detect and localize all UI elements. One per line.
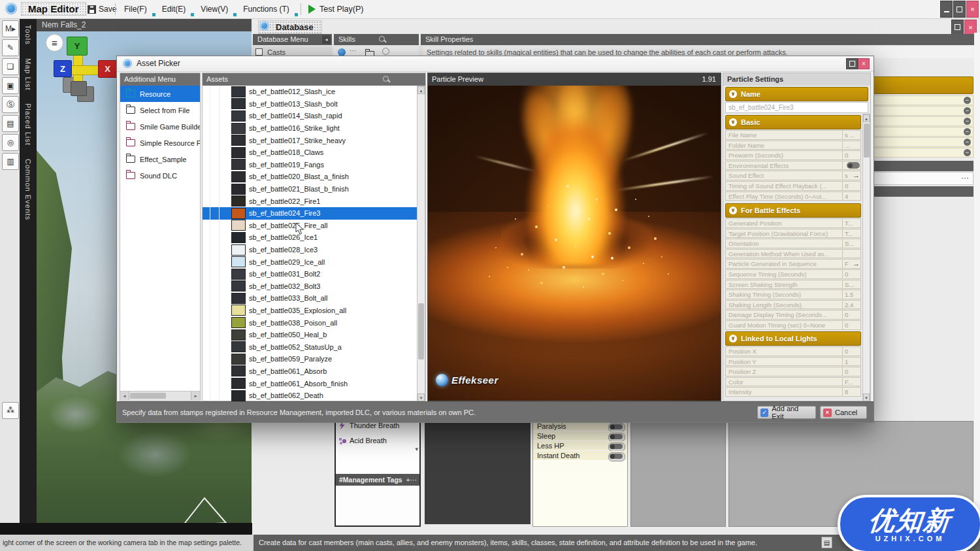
- minimize-button[interactable]: [940, 1, 953, 18]
- hscrollbar[interactable]: ◂ ▸: [120, 391, 200, 401]
- setting-value[interactable]: S...: [842, 239, 860, 248]
- asset-row[interactable]: sb_ef_battle016_Strike_light: [203, 122, 417, 135]
- settings-row[interactable]: Sequence Timing (Seconds) 0: [725, 269, 861, 279]
- add-and-exit-button[interactable]: ✓ Add and Exit: [757, 406, 816, 419]
- asset-row[interactable]: sb_ef_battle026_Ice1: [203, 231, 417, 244]
- minus-icon[interactable]: −: [964, 139, 971, 146]
- settings-row[interactable]: Shaking Timing (Seconds) 1.5: [725, 290, 861, 299]
- property-row[interactable]: −: [874, 148, 973, 158]
- tool-button[interactable]: M▸: [2, 20, 19, 37]
- additional-menu-item[interactable]: Sound DLC: [120, 167, 200, 184]
- asset-row[interactable]: sb_ef_battle020_Blast_a_finish: [203, 171, 417, 183]
- property-row[interactable]: −: [874, 127, 973, 137]
- save-button[interactable]: Save: [88, 0, 116, 18]
- asset-row[interactable]: sb_ef_battle061_Absorb_finish: [203, 377, 417, 390]
- name-section-header[interactable]: ∨ Name: [725, 87, 868, 101]
- additional-menu-item[interactable]: Simple Resource Pack: [120, 135, 200, 151]
- tool-button[interactable]: ▤: [2, 115, 19, 132]
- right-ellipsis-row[interactable]: ···: [874, 172, 973, 185]
- setting-value[interactable]: [842, 250, 860, 258]
- hscroll-thumb[interactable]: [130, 393, 166, 399]
- dialog-titlebar[interactable]: Asset Picker ×: [117, 56, 874, 72]
- additional-menu-item[interactable]: Select from File: [120, 102, 200, 118]
- tool-button[interactable]: ❏: [2, 58, 19, 75]
- additional-menu-item[interactable]: Smile Game Builder 1: [120, 118, 200, 135]
- tool-button[interactable]: ◎: [2, 134, 19, 151]
- setting-value[interactable]: 1: [842, 358, 860, 366]
- scroll-down-icon[interactable]: ▾: [415, 446, 418, 452]
- asset-row[interactable]: sb_ef_battle013_Slash_bolt: [203, 98, 417, 110]
- setting-value[interactable]: T...: [842, 229, 860, 238]
- preview-canvas[interactable]: Effekseer: [428, 86, 721, 401]
- lights-section-header[interactable]: ∨ Linked to Local Lights: [725, 331, 861, 346]
- setting-value[interactable]: T...: [842, 219, 860, 227]
- setting-value[interactable]: 0: [842, 182, 860, 190]
- property-row[interactable]: −: [874, 95, 973, 105]
- gizmo-y-handle[interactable]: Y: [67, 37, 88, 56]
- vscroll-thumb[interactable]: [864, 124, 870, 158]
- asset-row[interactable]: sb_ef_battle059_Paralyze: [203, 353, 417, 365]
- state-toggle[interactable]: [608, 452, 625, 461]
- menu-item[interactable]: File(F): [122, 0, 159, 18]
- settings-row[interactable]: Particle Generated in Sequence F→: [725, 259, 861, 269]
- name-value-field[interactable]: sb_ef_battle024_Fire3: [725, 102, 868, 113]
- settings-row[interactable]: Intensity 8: [725, 387, 861, 397]
- settings-row[interactable]: Damage Display Timing (Seconds... 0: [725, 310, 861, 320]
- tool-button[interactable]: ▣: [2, 77, 19, 94]
- dialog-restore-button[interactable]: [846, 58, 858, 69]
- state-row[interactable]: Sleep: [533, 431, 627, 441]
- arrow-icon[interactable]: →: [853, 171, 860, 180]
- setting-value[interactable]: 0: [842, 321, 860, 329]
- settings-row[interactable]: Position X 0: [725, 346, 861, 356]
- state-toggle[interactable]: [608, 442, 625, 452]
- note-icon[interactable]: ▤: [821, 537, 832, 548]
- asset-row[interactable]: sb_ef_battle022_Fire1: [203, 195, 417, 207]
- toggle-icon[interactable]: [847, 162, 860, 169]
- collapse-chevron-button[interactable]: ◂: [322, 35, 331, 44]
- asset-row[interactable]: sb_ef_battle028_Ice3: [203, 244, 417, 256]
- gizmo-z-handle[interactable]: Z: [54, 60, 72, 77]
- scroll-up-icon[interactable]: ▴: [863, 114, 870, 122]
- search-icon[interactable]: [383, 76, 389, 82]
- tool-button[interactable]: ✎: [2, 39, 19, 56]
- state-row[interactable]: Less HP: [533, 441, 627, 451]
- scroll-up-icon[interactable]: ▴: [417, 86, 425, 94]
- skill-list-item[interactable]: Acid Breath: [336, 433, 419, 448]
- restore-button[interactable]: [953, 1, 966, 18]
- side-tab[interactable]: Placed List: [24, 97, 32, 152]
- asset-row[interactable]: sb_ef_battle050_Heal_b: [203, 329, 417, 341]
- minus-icon[interactable]: −: [964, 149, 971, 156]
- settings-row[interactable]: Timing of Sound Effect Playback (... 0: [725, 181, 861, 191]
- asset-row[interactable]: sb_ef_battle024_Fire3: [203, 207, 417, 220]
- setting-value[interactable]: 0: [842, 270, 860, 278]
- menu-item[interactable]: View(V): [198, 0, 240, 18]
- add-tag-button[interactable]: +···: [406, 474, 417, 486]
- dialog-close-button[interactable]: ×: [858, 58, 870, 69]
- side-tab[interactable]: Tools: [24, 18, 32, 52]
- settings-row[interactable]: Environmental Effects: [725, 161, 861, 171]
- asset-row[interactable]: sb_ef_battle062_Death: [203, 390, 417, 402]
- test-play-button[interactable]: Test Play(P): [308, 0, 363, 18]
- additional-menu-item[interactable]: Effect_Sample: [120, 151, 200, 167]
- settings-row[interactable]: File Name s ...: [725, 130, 861, 140]
- asset-row[interactable]: sb_ef_battle012_Slash_ice: [203, 86, 417, 98]
- minus-icon[interactable]: −: [964, 128, 971, 135]
- settings-row[interactable]: Sound Effect s→: [725, 171, 861, 180]
- asset-row[interactable]: sb_ef_battle017_Strike_heavy: [203, 134, 417, 146]
- setting-value[interactable]: 0: [842, 310, 860, 319]
- asset-row[interactable]: sb_ef_battle033_Bolt_all: [203, 292, 417, 305]
- cancel-button[interactable]: × Cancel: [820, 406, 867, 419]
- arrow-icon[interactable]: →: [853, 259, 860, 268]
- setting-value[interactable]: 1.5: [842, 290, 860, 299]
- setting-value[interactable]: ...: [842, 141, 860, 150]
- asset-row[interactable]: sb_ef_battle061_Absorb: [203, 365, 417, 378]
- tool-button[interactable]: ▥: [2, 153, 19, 170]
- db-restore-button[interactable]: [951, 20, 964, 35]
- settings-row[interactable]: Target Position (Gravitational Force) T.…: [725, 229, 861, 239]
- property-row[interactable]: −: [874, 137, 973, 147]
- asset-row[interactable]: sb_ef_battle019_Fangs: [203, 159, 417, 171]
- settings-row[interactable]: Folder Name ...: [725, 141, 861, 150]
- scatter-tool-button[interactable]: ⁂: [2, 402, 19, 419]
- setting-value[interactable]: F→: [842, 259, 860, 268]
- scroll-down-icon[interactable]: ▾: [417, 393, 425, 401]
